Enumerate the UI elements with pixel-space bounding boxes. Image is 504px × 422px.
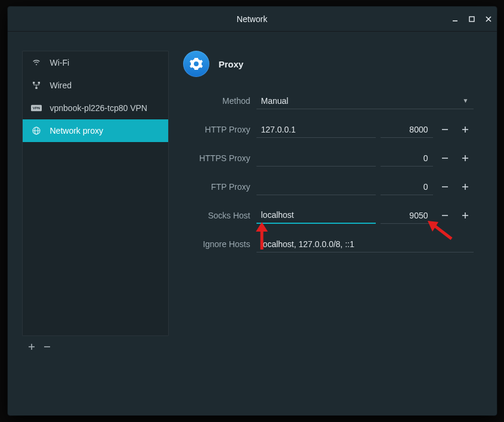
https-proxy-port-increase[interactable] xyxy=(458,151,472,165)
proxy-icon xyxy=(183,51,209,77)
sidebar-item-label: Wired xyxy=(50,81,72,90)
wifi-icon xyxy=(31,57,42,68)
http-proxy-port-decrease[interactable] xyxy=(438,122,452,137)
plus-icon xyxy=(462,155,469,162)
socks-host-label: Socks Host xyxy=(183,211,252,220)
wired-icon xyxy=(31,80,42,91)
socks-host-input[interactable] xyxy=(256,207,376,224)
https-proxy-port-decrease[interactable] xyxy=(438,151,452,165)
svg-rect-6 xyxy=(38,82,39,84)
proxy-form: Method Manual ▼ HTTP Proxy HTTPS Proxy F… xyxy=(183,93,483,252)
sidebar-item-label: vpnbook-pl226-tcp80 VPN xyxy=(50,103,147,113)
plus-icon xyxy=(28,343,35,350)
ftp-proxy-port-input[interactable] xyxy=(381,178,433,195)
remove-connection-button[interactable] xyxy=(41,341,53,353)
minus-icon xyxy=(441,212,449,219)
vpn-icon: VPN xyxy=(31,103,42,113)
maximize-icon xyxy=(468,16,475,23)
plus-icon xyxy=(462,212,469,219)
sidebar-footer xyxy=(22,341,169,353)
sidebar-item-vpn[interactable]: VPN vpnbook-pl226-tcp80 VPN xyxy=(23,97,168,119)
https-proxy-label: HTTPS Proxy xyxy=(183,153,252,163)
socks-host-port-input[interactable] xyxy=(381,207,433,224)
http-proxy-port-input[interactable] xyxy=(381,121,433,138)
content: Wi-Fi Wired VPN vpnbook-pl226-tcp80 VPN xyxy=(8,32,497,415)
method-select[interactable]: Manual ▼ xyxy=(256,93,474,109)
main-header: Proxy xyxy=(183,51,483,77)
https-proxy-host-input[interactable] xyxy=(256,150,376,167)
svg-rect-7 xyxy=(35,87,37,89)
ftp-proxy-host-input[interactable] xyxy=(256,178,376,195)
svg-text:VPN: VPN xyxy=(32,106,39,110)
minus-icon xyxy=(441,183,449,190)
sidebar-item-label: Network proxy xyxy=(50,126,103,135)
minimize-icon xyxy=(452,16,459,23)
sidebar-item-wifi[interactable]: Wi-Fi xyxy=(23,51,168,74)
sidebar-item-network-proxy[interactable]: Network proxy xyxy=(23,119,168,142)
chevron-down-icon: ▼ xyxy=(463,97,469,104)
socks-host-port-decrease[interactable] xyxy=(438,208,452,223)
minimize-button[interactable] xyxy=(447,7,463,32)
window-title: Network xyxy=(237,14,267,24)
sidebar-item-wired[interactable]: Wired xyxy=(23,74,168,97)
close-button[interactable] xyxy=(480,7,497,32)
network-settings-window: Network Wi-Fi xyxy=(8,7,497,415)
svg-rect-1 xyxy=(469,17,474,21)
window-controls xyxy=(447,7,497,32)
https-proxy-port-input[interactable] xyxy=(381,150,433,167)
sidebar: Wi-Fi Wired VPN vpnbook-pl226-tcp80 VPN xyxy=(22,51,169,336)
gear-icon xyxy=(189,57,203,71)
main-title: Proxy xyxy=(219,59,244,69)
http-proxy-host-input[interactable] xyxy=(256,121,376,138)
plus-icon xyxy=(462,126,469,133)
svg-point-4 xyxy=(36,64,37,65)
plus-icon xyxy=(462,183,469,190)
maximize-button[interactable] xyxy=(463,7,480,32)
http-proxy-port-increase[interactable] xyxy=(458,122,472,137)
http-proxy-label: HTTP Proxy xyxy=(183,125,252,134)
method-label: Method xyxy=(183,96,252,106)
ignore-hosts-input[interactable] xyxy=(256,236,474,252)
minus-icon xyxy=(441,126,449,133)
close-icon xyxy=(485,16,492,23)
minus-icon xyxy=(44,343,51,350)
add-connection-button[interactable] xyxy=(26,341,38,353)
titlebar: Network xyxy=(8,7,497,32)
socks-host-port-increase[interactable] xyxy=(458,208,472,223)
svg-rect-5 xyxy=(33,82,35,84)
ftp-proxy-port-decrease[interactable] xyxy=(438,180,452,194)
ignore-hosts-label: Ignore Hosts xyxy=(183,239,252,249)
sidebar-wrap: Wi-Fi Wired VPN vpnbook-pl226-tcp80 VPN xyxy=(22,51,169,401)
minus-icon xyxy=(441,155,449,162)
ftp-proxy-port-increase[interactable] xyxy=(458,180,472,194)
method-value: Manual xyxy=(261,96,289,106)
globe-icon xyxy=(31,125,42,136)
ftp-proxy-label: FTP Proxy xyxy=(183,182,252,192)
sidebar-item-label: Wi-Fi xyxy=(50,58,70,67)
main-panel: Proxy Method Manual ▼ HTTP Proxy HTTPS P… xyxy=(183,51,483,401)
